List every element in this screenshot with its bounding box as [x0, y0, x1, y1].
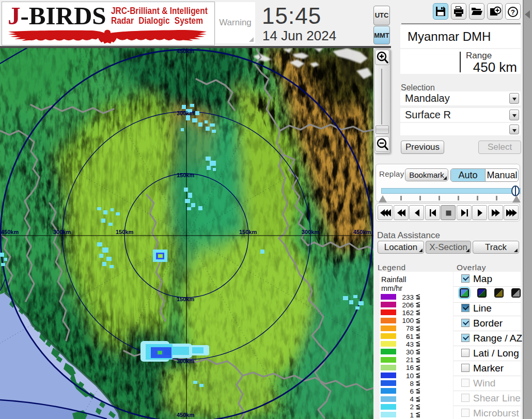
- svg-text:150km: 150km: [239, 229, 257, 235]
- svg-text:300km: 300km: [302, 229, 319, 235]
- svg-text:150km: 150km: [177, 296, 194, 302]
- svg-text:450km: 450km: [177, 48, 194, 54]
- svg-text:450km: 450km: [1, 229, 19, 235]
- svg-text:150km: 150km: [116, 229, 133, 235]
- svg-text:450km: 450km: [177, 412, 194, 418]
- svg-text:300km: 300km: [177, 110, 194, 116]
- svg-text:300km: 300km: [177, 358, 194, 364]
- svg-text:150km: 150km: [177, 172, 194, 178]
- svg-text:300km: 300km: [53, 229, 71, 235]
- svg-text:?: ?: [511, 8, 515, 16]
- svg-text:450km: 450km: [353, 229, 371, 235]
